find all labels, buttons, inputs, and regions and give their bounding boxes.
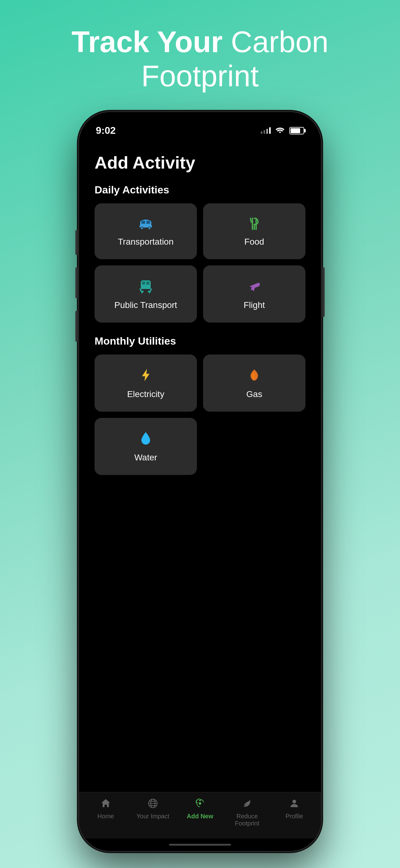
hero-title: Track Your CarbonFootprint: [72, 25, 329, 93]
nav-item-impact[interactable]: Your Impact: [129, 798, 176, 820]
recycle-icon: [194, 798, 206, 810]
daily-row-2: Public Transport Flight: [95, 266, 305, 322]
screen-content[interactable]: Add Activity Daily Activities: [79, 140, 321, 792]
nav-item-profile[interactable]: Profile: [271, 798, 318, 820]
svg-point-3: [148, 227, 151, 229]
phone-shell: 9:02: [79, 112, 321, 851]
svg-rect-9: [142, 282, 145, 285]
svg-point-2: [141, 227, 143, 229]
status-time: 9:02: [96, 125, 116, 136]
svg-rect-11: [141, 286, 151, 289]
flight-card[interactable]: Flight: [203, 266, 305, 322]
nav-impact-label: Your Impact: [136, 813, 169, 820]
utilities-row-1: Electricity Gas: [95, 354, 305, 412]
flight-icon: [246, 278, 262, 295]
svg-point-19: [199, 802, 201, 805]
svg-rect-10: [146, 282, 149, 285]
daily-section-title: Daily Activities: [95, 184, 305, 196]
svg-point-20: [292, 800, 296, 803]
svg-point-13: [148, 290, 150, 292]
food-icon: [246, 216, 262, 232]
svg-rect-4: [141, 221, 145, 224]
nav-home-label: Home: [97, 813, 114, 820]
nav-add-label: Add New: [187, 813, 213, 820]
public-transport-icon: [138, 278, 154, 295]
nav-reduce-label: Reduce Footprint: [224, 813, 271, 827]
status-icons: [261, 126, 304, 135]
svg-rect-5: [146, 221, 150, 224]
water-icon: [138, 430, 154, 448]
person-icon: [289, 798, 300, 810]
electricity-card[interactable]: Electricity: [95, 354, 197, 412]
globe-icon: [147, 798, 159, 810]
electricity-icon: [138, 367, 154, 384]
water-label: Water: [134, 453, 157, 463]
home-indicator: [79, 838, 321, 851]
transportation-card[interactable]: Transportation: [95, 203, 197, 259]
food-card[interactable]: Food: [203, 203, 305, 259]
gas-label: Gas: [246, 389, 262, 399]
phone-screen: 9:02: [79, 112, 321, 851]
dynamic-island: [172, 119, 228, 131]
page-title: Add Activity: [95, 152, 305, 173]
monthly-section-title: Monthly Utilities: [95, 335, 305, 347]
transportation-label: Transportation: [118, 237, 174, 247]
electricity-label: Electricity: [127, 389, 164, 399]
svg-point-12: [142, 290, 143, 292]
battery-icon: [289, 127, 304, 134]
food-label: Food: [244, 237, 264, 247]
svg-point-0: [279, 132, 281, 133]
leaf-icon: [241, 798, 253, 810]
gas-card[interactable]: Gas: [203, 354, 305, 412]
nav-item-add[interactable]: Add New: [176, 798, 224, 820]
nav-profile-label: Profile: [286, 813, 303, 820]
home-bar: [169, 844, 231, 846]
public-transport-label: Public Transport: [114, 300, 177, 310]
gas-icon: [246, 367, 262, 384]
wifi-icon: [275, 126, 285, 135]
nav-item-home[interactable]: Home: [82, 798, 129, 820]
transportation-icon: [138, 216, 154, 232]
hero-section: Track Your CarbonFootprint: [47, 25, 354, 93]
home-icon: [100, 798, 111, 810]
public-transport-card[interactable]: Public Transport: [95, 266, 197, 322]
phone-wrapper: 9:02: [79, 112, 321, 851]
nav-item-reduce[interactable]: Reduce Footprint: [224, 798, 271, 827]
hero-title-bold: Track Your: [72, 25, 223, 58]
empty-card-placeholder: [203, 418, 305, 475]
flight-label: Flight: [244, 300, 265, 310]
water-card[interactable]: Water: [95, 418, 197, 475]
utilities-row-2: Water: [95, 418, 305, 475]
bottom-nav: Home Your Impact: [79, 792, 321, 838]
signal-icon: [261, 127, 271, 134]
daily-row-1: Transportation Food: [95, 203, 305, 259]
